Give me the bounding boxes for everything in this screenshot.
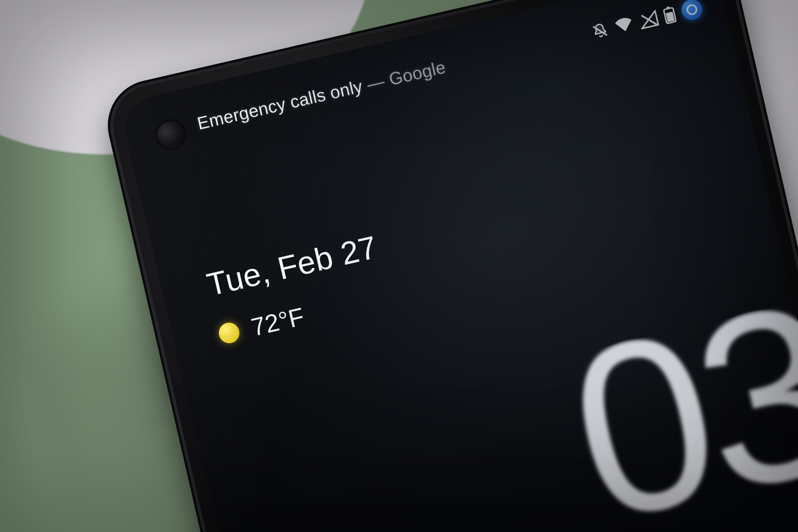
dnd-muted-icon: [590, 21, 611, 41]
wifi-icon: [614, 16, 635, 35]
cellular-no-signal-icon: [638, 10, 659, 30]
glance-temperature: 72°F: [249, 302, 307, 342]
battery-icon: [662, 5, 677, 25]
photo-scene: Emergency calls only — Google: [0, 0, 798, 532]
privacy-indicator-icon: [679, 0, 704, 22]
at-a-glance-widget[interactable]: Tue, Feb 27 72°F: [203, 229, 391, 350]
svg-rect-4: [666, 12, 674, 22]
phone-device: Emergency calls only — Google: [99, 0, 798, 532]
lockscreen-clock: 03: [557, 288, 798, 532]
carrier-text-sep: —: [360, 70, 391, 95]
sunny-weather-icon: [217, 321, 242, 345]
carrier-text-tail: Google: [387, 57, 448, 89]
status-icons: [589, 0, 705, 43]
punch-hole-camera: [155, 119, 187, 150]
carrier-text-main: Emergency calls only: [195, 76, 364, 133]
phone-screen[interactable]: Emergency calls only — Google: [119, 0, 798, 532]
